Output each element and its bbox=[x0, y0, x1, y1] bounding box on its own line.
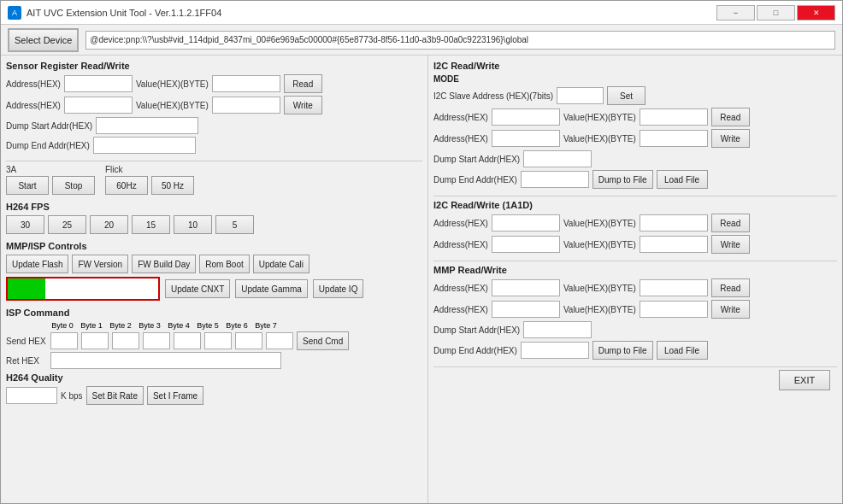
dump-end-label: Dump End Addr(HEX) bbox=[6, 141, 90, 150]
i2c-read-row: Address(HEX) Value(HEX)(BYTE) Read bbox=[433, 108, 837, 126]
1a1d-read-button[interactable]: Read bbox=[711, 214, 750, 232]
1a1d-addr-input2[interactable] bbox=[492, 236, 560, 253]
i2c-val-label2: Value(HEX)(BYTE) bbox=[563, 134, 636, 144]
set-bit-rate-button[interactable]: Set Bit Rate bbox=[86, 386, 144, 405]
ret-hex-input[interactable] bbox=[50, 352, 281, 369]
quality-input[interactable] bbox=[6, 387, 57, 404]
send-cmd-button[interactable]: Send Cmd bbox=[297, 331, 349, 350]
i2c-slave-row: I2C Slave Address (HEX)(7bits) Set bbox=[433, 86, 837, 105]
rom-boot-button[interactable]: Rom Boot bbox=[199, 255, 249, 273]
1a1d-val-input1[interactable] bbox=[640, 214, 708, 231]
1a1d-write-button[interactable]: Write bbox=[711, 235, 750, 254]
main-content: Sensor Register Read/Write Address(HEX) … bbox=[1, 56, 842, 503]
mmp-read-button[interactable]: Read bbox=[711, 278, 750, 297]
update-cali-button[interactable]: Update Cali bbox=[253, 255, 309, 273]
sensor-row1: Address(HEX) Value(HEX)(BYTE) Read bbox=[6, 74, 422, 93]
update-gamma-button[interactable]: Update Gamma bbox=[235, 279, 308, 298]
select-device-button[interactable]: Select Device bbox=[8, 28, 79, 52]
mmp-addr-input1[interactable] bbox=[492, 279, 560, 296]
fps-5-button[interactable]: 5 bbox=[215, 215, 254, 234]
addr-hex-input2[interactable] bbox=[64, 97, 133, 114]
fps-25-button[interactable]: 25 bbox=[48, 215, 86, 234]
1a1d-addr-input1[interactable] bbox=[492, 214, 560, 231]
mmp-val-input1[interactable] bbox=[640, 279, 708, 296]
set-iframe-button[interactable]: Set I Frame bbox=[147, 386, 203, 405]
mode-row: MODE bbox=[433, 74, 837, 84]
i2c-addr-input2[interactable] bbox=[492, 130, 560, 147]
i2c-write-button[interactable]: Write bbox=[711, 129, 750, 148]
mmp-val-input2[interactable] bbox=[640, 301, 708, 318]
dump-end-input[interactable] bbox=[93, 137, 196, 154]
send-byte6[interactable] bbox=[235, 332, 262, 349]
load-file-button2[interactable]: Load File bbox=[657, 341, 708, 360]
fps-30-button[interactable]: 30 bbox=[6, 215, 44, 234]
i2c-val-input2[interactable] bbox=[640, 130, 708, 147]
i2c-dump-end-input[interactable] bbox=[521, 171, 589, 188]
send-byte3[interactable] bbox=[143, 332, 170, 349]
i2c-dump-start-row: Dump Start Addr(HEX) bbox=[433, 150, 837, 167]
mmp-dump-start-input[interactable] bbox=[523, 321, 592, 338]
mode-label: MODE bbox=[433, 74, 459, 84]
exit-button[interactable]: EXIT bbox=[779, 370, 830, 390]
hz50-button[interactable]: 50 Hz bbox=[151, 176, 194, 195]
1a1d-addr-label2: Address(HEX) bbox=[433, 240, 488, 249]
mmp-addr-label1: Address(HEX) bbox=[433, 284, 488, 293]
mmp-write-button[interactable]: Write bbox=[711, 300, 750, 319]
1a1d-val-label2: Value(HEX)(BYTE) bbox=[563, 240, 636, 249]
kbps-label: K bps bbox=[61, 391, 83, 401]
send-byte7[interactable] bbox=[266, 332, 293, 349]
i2c-read-button[interactable]: Read bbox=[711, 108, 750, 126]
send-byte1[interactable] bbox=[81, 332, 109, 349]
start-button[interactable]: Start bbox=[6, 176, 49, 195]
1a1d-addr-label1: Address(HEX) bbox=[433, 219, 488, 228]
minimize-button[interactable]: − bbox=[716, 5, 755, 21]
update-cnxt-button[interactable]: Update CNXT bbox=[165, 279, 230, 298]
hz60-button[interactable]: 60Hz bbox=[105, 176, 148, 195]
send-byte0[interactable] bbox=[50, 332, 78, 349]
byte3-label: Byte 3 bbox=[136, 321, 163, 330]
dump-to-file-button2[interactable]: Dump to File bbox=[592, 341, 653, 360]
update-iq-button[interactable]: Update IQ bbox=[313, 279, 364, 298]
i2c-dump-start-input[interactable] bbox=[523, 150, 592, 167]
mmp-isp-title: MMP/ISP Controls bbox=[6, 241, 422, 251]
maximize-button[interactable]: □ bbox=[757, 5, 795, 21]
mmp-dump-end-input[interactable] bbox=[521, 342, 589, 359]
close-button[interactable]: ✕ bbox=[797, 5, 835, 21]
read-button1[interactable]: Read bbox=[284, 74, 322, 93]
val-hex-input2[interactable] bbox=[212, 97, 280, 114]
send-byte2[interactable] bbox=[112, 332, 139, 349]
val-hex-input1[interactable] bbox=[212, 75, 280, 92]
set-button[interactable]: Set bbox=[607, 86, 646, 105]
1a1d-val-input2[interactable] bbox=[640, 236, 708, 253]
addr-hex-input1[interactable] bbox=[64, 75, 133, 92]
update-flash-button[interactable]: Update Flash bbox=[6, 255, 68, 273]
dump-to-file-button1[interactable]: Dump to File bbox=[592, 170, 653, 189]
fps-15-button[interactable]: 15 bbox=[132, 215, 170, 234]
send-byte4[interactable] bbox=[174, 332, 201, 349]
ret-row: Ret HEX bbox=[6, 352, 422, 369]
i2c-addr-input1[interactable] bbox=[492, 108, 560, 126]
fw-version-button[interactable]: FW Version bbox=[72, 255, 128, 273]
load-file-button1[interactable]: Load File bbox=[657, 170, 708, 189]
progress-bar-fill bbox=[8, 278, 45, 299]
mmp-addr-input2[interactable] bbox=[492, 301, 560, 318]
i2c-val-input1[interactable] bbox=[640, 108, 708, 126]
fps-10-button[interactable]: 10 bbox=[174, 215, 212, 234]
fw-build-day-button[interactable]: FW Build Day bbox=[132, 255, 196, 273]
main-window: A AIT UVC Extension Unit Tool - Ver.1.1.… bbox=[0, 0, 843, 504]
bottom-bar: EXIT bbox=[433, 366, 837, 392]
device-path-display: @device:pnp:\\?\usb#vid_114dpid_8437mi_0… bbox=[85, 31, 835, 50]
i2c-slave-input[interactable] bbox=[557, 87, 604, 104]
stop-button[interactable]: Stop bbox=[52, 176, 95, 195]
dump-start-input[interactable] bbox=[96, 117, 198, 134]
sensor-row2: Address(HEX) Value(HEX)(BYTE) Write bbox=[6, 96, 422, 114]
fps-20-button[interactable]: 20 bbox=[90, 215, 128, 234]
mmp-addr-label2: Address(HEX) bbox=[433, 305, 488, 314]
quality-row: K bps Set Bit Rate Set I Frame bbox=[6, 386, 422, 405]
byte1-label: Byte 1 bbox=[78, 321, 105, 330]
write-button1[interactable]: Write bbox=[284, 96, 322, 114]
sensor-rw-section: Sensor Register Read/Write Address(HEX) … bbox=[6, 61, 422, 154]
send-byte5[interactable] bbox=[204, 332, 232, 349]
send-hex-label: Send HEX bbox=[6, 337, 47, 346]
i2c-rw-section: I2C Read/Write MODE I2C Slave Address (H… bbox=[433, 61, 837, 189]
